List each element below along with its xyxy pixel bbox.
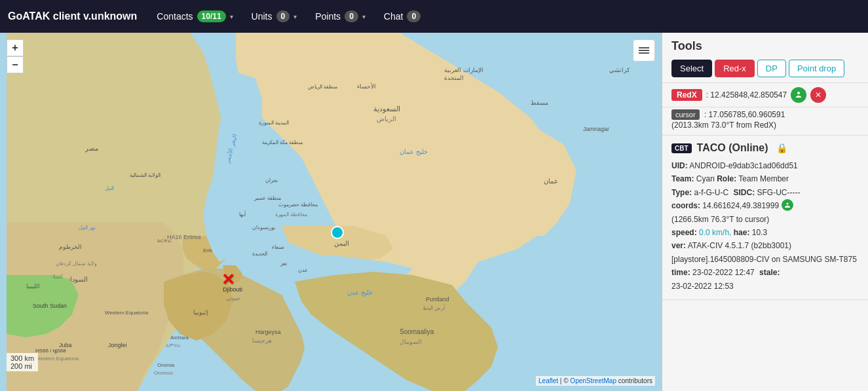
svg-text:تعز: تعز [280,261,287,267]
map-attribution: Leaflet | © OpenStreetMap contributors [536,376,655,386]
svg-text:Soomaaliya: Soomaaliya [400,328,434,335]
svg-text:Amhara: Amhara [170,335,189,341]
team-value: Cyan [696,174,715,183]
unit-card: CBT TACO (Online) 🔒 UID: ANDROID-e9dab3c… [662,136,868,300]
svg-text:مصر: مصر [85,145,98,153]
svg-text:المدينة المنورة: المدينة المنورة [259,120,289,126]
osm-link[interactable]: OpenStreetMap [570,377,616,384]
svg-text:منطقة الرياض: منطقة الرياض [308,84,337,90]
svg-text:النيل: النيل [105,185,114,191]
right-panel: Tools Select Red-x DP Point drop RedX : … [662,33,868,391]
nav-chat-label: Chat [384,11,404,22]
svg-text:Oromoo: Oromoo [154,370,173,376]
svg-text:جيبوتي: جيبوتي [226,295,240,301]
uid-value: ANDROID-e9dab3c1ad06dd51 [689,161,797,170]
svg-text:محافظة المهرة: محافظة المهرة [275,212,307,217]
hae-value: 10.3 [752,228,767,237]
svg-text:إثيوبيا: إثيوبيا [193,309,208,316]
coords-value: 14.661624,49.381999 [702,201,779,210]
nav-units[interactable]: Units 0 ▾ [248,8,301,25]
person-icon [795,91,802,99]
unit-speed-row: speed: 0.0 km/h, hae: 10.3 [671,226,859,239]
unit-coords-row: coords: 14.661624,49.381999 [671,199,859,212]
map-container[interactable]: السعودية الرياض مصر السودان إثيوبيا Erit… [0,33,662,391]
cyan-marker[interactable] [331,226,344,239]
svg-text:الليبيا: الليبيا [26,283,40,289]
coords-green-dot [782,199,793,211]
nav-points[interactable]: Points 0 ▾ [311,8,369,25]
map-layers-button[interactable] [633,39,655,62]
svg-rect-60 [639,50,649,51]
cursor-info: cursor : 17.056785,60.960591 (2013.3km 7… [662,107,868,136]
leaflet-link[interactable]: Leaflet [538,377,558,384]
unit-team-row: Team: Cyan Role: Team Member [671,172,859,185]
unit-name: TACO (Online) [697,142,768,154]
time-value: 23-02-2022 12:47 [692,268,755,277]
stale-label: stale: [759,268,780,277]
svg-text:خليج عدن: خليج عدن [347,289,373,297]
main-content: السعودية الرياض مصر السودان إثيوبيا Erit… [0,33,868,391]
team-label: Team: [671,174,694,183]
role-label: Role: [717,174,736,183]
svg-text:Oromia: Oromia [157,362,175,368]
svg-text:አምሃራ: አምሃራ [166,343,181,348]
layers-icon [637,44,651,57]
unit-uid-row: UID: ANDROID-e9dab3c1ad06dd51 [671,159,859,172]
sidc-value: SFG-UC----- [757,188,801,197]
nav-chat[interactable]: Chat 0 [380,8,425,25]
type-label: Type: [671,188,692,197]
ver-label: ver: [671,241,686,250]
svg-text:خليج عمان: خليج عمان [400,148,428,156]
svg-text:الأحساء: الأحساء [357,83,376,90]
tools-buttons: Select Red-x DP Point drop [662,57,868,83]
unit-ver-row: ver: ATAK-CIV 4.5.1.7 (b2bb3001) [playst… [671,239,859,266]
speed-label: speed: [671,228,697,237]
svg-point-63 [786,203,788,205]
time-label: time: [671,268,690,277]
map-scale: 300 km 200 mi [7,353,38,371]
svg-text:صنعاء: صنعاء [272,244,284,250]
redx-button[interactable]: Red-x [715,60,755,77]
svg-text:كسلا: كسلا [52,274,63,280]
point-drop-button[interactable]: Point drop [789,60,844,77]
svg-text:السعودية: السعودية [373,105,400,113]
svg-text:مسقط: مسقط [531,100,548,106]
svg-text:عمان: عمان [544,177,558,185]
unit-stale-row: 23-02-2022 12:53 [671,280,859,293]
zoom-out-button[interactable]: − [7,56,24,73]
units-dropdown-arrow: ▾ [293,13,297,20]
tools-title: Tools [662,33,868,57]
zoom-in-button[interactable]: + [7,39,24,56]
select-button[interactable]: Select [671,60,712,77]
redx-label: RedX [671,89,702,101]
person-small-icon [784,202,791,208]
svg-text:هرجيسا: هرجيسا [252,337,272,344]
svg-text:ولاية شمال كردفان: ولاية شمال كردفان [56,261,97,267]
hae-label: hae: [734,228,750,237]
svg-rect-61 [639,52,649,54]
nav-contacts[interactable]: Contacts 10/11 ▾ [153,8,236,25]
ver-value: ATAK-CIV 4.5.1.7 (b2bb3001) [playstore].… [671,241,857,263]
coords-info: (1266.5km 76.3°T to cursor) [671,215,769,224]
contacts-dropdown-arrow: ▾ [230,13,233,20]
chat-badge: 0 [407,10,421,22]
uid-label: UID: [671,161,688,170]
dp-button[interactable]: DP [757,60,786,77]
svg-text:South Sudan: South Sudan [33,303,67,309]
points-badge: 0 [345,10,358,22]
nav-points-label: Points [315,11,341,22]
svg-text:اليمن: اليمن [334,240,349,248]
nav-units-label: Units [252,11,273,22]
cursor-coords: : 17.056785,60.960591 [704,110,785,119]
redx-marker[interactable]: ✕ [221,272,235,288]
redx-coords: : 12.425848,42.850547 [706,90,787,100]
redx-goto-button[interactable] [791,87,806,103]
svg-text:Jamnagar: Jamnagar [583,126,609,132]
svg-text:الولاية الشمالية: الولاية الشمالية [130,172,160,178]
unit-type-row: Type: a-f-G-U-C SIDC: SFG-UC----- [671,186,859,199]
svg-text:الإمارات العربية: الإمارات العربية [444,67,483,74]
redx-close-button[interactable]: ✕ [810,87,826,103]
svg-text:نجران: نجران [265,177,278,183]
scale-mi: 200 mi [10,362,34,370]
cbt-badge: CBT [671,143,692,153]
